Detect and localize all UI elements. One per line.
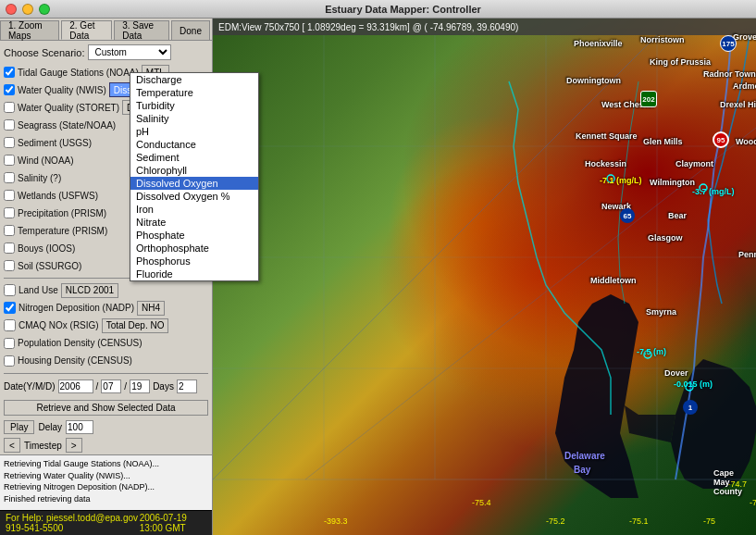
highway-1: 1 <box>683 400 698 415</box>
days-input[interactable] <box>177 379 197 393</box>
retrieve-button[interactable]: Retrieve and Show Selected Data <box>4 400 208 416</box>
log-line-3: Retrieving Nitrogen Deposition (NADP)... <box>4 481 208 493</box>
salinity-checkbox[interactable] <box>4 172 15 183</box>
coord-lat2: -75.2 <box>546 516 565 526</box>
dropdown-item-phosphate[interactable]: Phosphate <box>130 229 258 242</box>
map-area[interactable]: EDM:View 750x750 [ 1.08929deg = 93.319km… <box>213 19 756 535</box>
highway-65: 65 <box>620 208 635 223</box>
dropdown-item-fluoride[interactable]: Fluoride <box>130 268 258 280</box>
app-container: Estuary Data Mapper: Controller 1. Zoom … <box>0 0 756 535</box>
tab-get-data[interactable]: 2. Get Data <box>61 20 112 40</box>
temp-label: Temperature (PRISM) <box>18 226 107 236</box>
dropdown-item-temperature[interactable]: Temperature <box>130 86 258 99</box>
timestamp: 2006-07-19 13:00 GMT <box>140 513 206 533</box>
status-bar: For Help: piessel.todd@epa.gov 919-541-5… <box>0 510 212 535</box>
nitrogen-label: Nitrogen Deposition (NADP) <box>19 303 134 313</box>
slash1: / <box>96 381 99 392</box>
delay-input[interactable] <box>66 420 93 434</box>
wind-checkbox[interactable] <box>4 155 15 166</box>
waterq-storet-checkbox[interactable] <box>4 102 15 113</box>
tab-save-data[interactable]: 3. Save Data <box>114 20 169 40</box>
housing-label: Housing Density (CENSUS) <box>18 355 132 366</box>
land-use-checkbox[interactable] <box>4 284 16 296</box>
cmaq-btn[interactable]: Total Dep. NO <box>102 318 169 333</box>
year-input[interactable] <box>58 379 93 393</box>
soil-label: Soil (SSURGO) <box>18 261 81 271</box>
dropdown-item-salinity[interactable]: Salinity <box>130 112 258 125</box>
day-input[interactable] <box>130 379 150 393</box>
dropdown-item-phosphorus[interactable]: Phosphorus <box>130 255 258 268</box>
dropdown-item-dissolved-oxygen-%[interactable]: Dissolved Oxygen % <box>130 190 258 203</box>
population-label: Population Density (CENSUS) <box>18 338 143 348</box>
coord-label-left: -393.3 <box>324 516 348 526</box>
wetlands-label: Wetlands (USFWS) <box>18 191 98 201</box>
timestep-row: < Timestep > <box>0 436 212 454</box>
highway-175: 175 <box>720 35 737 52</box>
log-line-4: Finished retrieving data <box>4 493 208 505</box>
scenario-row: Choose Scenario: Custom <box>4 44 208 60</box>
edm-info-bar: EDM:View 750x750 [ 1.08929deg = 93.319km… <box>213 19 756 35</box>
tidal-checkbox[interactable] <box>4 67 15 78</box>
dissolved-oxygen-dropdown[interactable]: DischargeTemperatureTurbiditySalinitypHC… <box>130 72 259 281</box>
date-row: Date(Y/M/D) / / Days <box>4 379 208 393</box>
waterq-nwis-label: Water Quality (NWIS) <box>18 85 106 95</box>
dropdown-item-ph[interactable]: pH <box>130 125 258 138</box>
dropdown-item-conductance[interactable]: Conductance <box>130 138 258 151</box>
bouys-checkbox[interactable] <box>4 243 15 254</box>
population-checkbox[interactable] <box>4 338 15 349</box>
nitrogen-row: Nitrogen Deposition (NADP) NH4 <box>4 301 208 316</box>
sediment-label: Sediment (USGS) <box>18 138 92 148</box>
housing-checkbox[interactable] <box>4 355 15 367</box>
minimize-button[interactable] <box>22 4 33 15</box>
cmaq-row: CMAQ NOx (RSIG) Total Dep. NO <box>4 318 208 333</box>
precip-label: Precipitation (PRISM) <box>18 208 106 218</box>
cmaq-label: CMAQ NOx (RSIG) <box>19 320 99 330</box>
soil-checkbox[interactable] <box>4 260 15 271</box>
scenario-select[interactable]: Custom <box>88 44 171 60</box>
waterq-nwis-checkbox[interactable] <box>4 84 15 95</box>
play-button[interactable]: Play <box>4 420 34 434</box>
delay-label: Delay <box>38 422 62 432</box>
main-area: 1. Zoom Maps 2. Get Data 3. Save Data Do… <box>0 19 756 535</box>
next-timestep-button[interactable]: > <box>66 438 82 453</box>
land-use-row: Land Use NLCD 2001 <box>4 283 208 298</box>
month-input[interactable] <box>101 379 121 393</box>
coord-lat1: -75.4 <box>472 498 491 507</box>
dropdown-item-dissolved-oxygen[interactable]: Dissolved Oxygen <box>130 177 258 190</box>
land-use-btn[interactable]: NLCD 2001 <box>61 283 118 298</box>
app-title: Estuary Data Mapper: Controller <box>56 4 750 15</box>
temp-checkbox[interactable] <box>4 225 15 236</box>
divider2 <box>4 373 208 374</box>
tab-zoom-maps[interactable]: 1. Zoom Maps <box>0 20 59 40</box>
salinity-label: Salinity (?) <box>18 173 61 183</box>
dropdown-item-chlorophyll[interactable]: Chlorophyll <box>130 164 258 177</box>
close-button[interactable] <box>6 4 17 15</box>
dropdown-item-turbidity[interactable]: Turbidity <box>130 99 258 112</box>
log-area: Retrieving Tidal Gauge Stations (NOAA)..… <box>0 454 212 510</box>
dropdown-item-nitrate[interactable]: Nitrate <box>130 216 258 229</box>
nitrogen-checkbox[interactable] <box>4 302 16 314</box>
dropdown-item-sediment[interactable]: Sediment <box>130 151 258 164</box>
playback-row: Play Delay <box>0 418 212 436</box>
days-label: Days <box>153 381 174 392</box>
prev-timestep-button[interactable]: < <box>4 438 20 453</box>
precip-checkbox[interactable] <box>4 207 15 218</box>
sediment-checkbox[interactable] <box>4 137 15 148</box>
nitrogen-btn[interactable]: NH4 <box>137 301 165 316</box>
tab-done[interactable]: Done <box>171 20 210 40</box>
highway-202: 202 <box>640 91 657 107</box>
tabs-row: 1. Zoom Maps 2. Get Data 3. Save Data Do… <box>0 19 212 41</box>
bouys-label: Bouys (IOOS) <box>18 243 75 254</box>
seagrass-label: Seagrass (State/NOAA) <box>18 120 116 131</box>
wetlands-checkbox[interactable] <box>4 190 15 201</box>
dropdown-item-iron[interactable]: Iron <box>130 203 258 216</box>
maximize-button[interactable] <box>39 4 50 15</box>
log-line-2: Retrieving Water Quality (NWIS)... <box>4 470 208 482</box>
dropdown-item-discharge[interactable]: Discharge <box>130 73 258 86</box>
bay-label: Delaware <box>564 451 605 461</box>
seagrass-checkbox[interactable] <box>4 119 15 131</box>
dropdown-item-orthophosphate[interactable]: Orthophosphate <box>130 242 258 255</box>
timestep-label: Timestep <box>24 441 62 451</box>
scenario-label: Choose Scenario: <box>4 47 84 58</box>
cmaq-checkbox[interactable] <box>4 319 16 331</box>
